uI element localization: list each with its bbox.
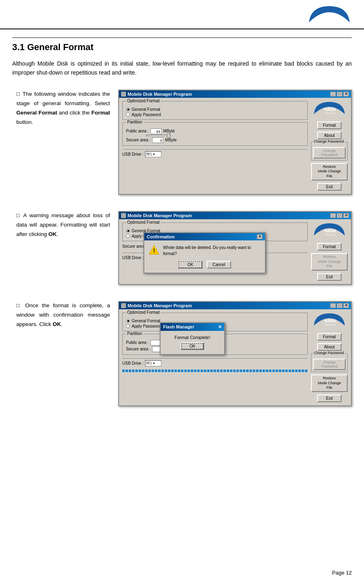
titlebar-controls-2: _ □ ✕ xyxy=(330,213,349,218)
step-3-description: Once the format is complete, a window wi… xyxy=(16,302,110,327)
close-button-3[interactable]: ✕ xyxy=(343,303,349,308)
minimize-button-2[interactable]: _ xyxy=(330,213,336,218)
restore-btn-2[interactable]: RestoreMode Change File xyxy=(311,253,348,271)
minimize-button-3[interactable]: _ xyxy=(330,303,336,308)
usb-select-3[interactable]: H:\ ▼ xyxy=(145,360,161,366)
intro-paragraph: Although Mobile Disk is optimized in its… xyxy=(12,59,352,77)
confirmation-title: Confirmation xyxy=(147,234,174,239)
main-content: 3.1 General Format Although Mobile Disk … xyxy=(0,38,364,435)
dialog-1-title: Mobile Disk Manager Program xyxy=(128,92,192,97)
svg-text:HANA: HANA xyxy=(323,13,338,19)
svg-text:!: ! xyxy=(153,247,155,254)
confirmation-dialog: Confirmation ✕ ! Whole data will be dele… xyxy=(143,232,266,273)
about-button-3[interactable]: About xyxy=(317,343,342,351)
select-arrow-icon: ▼ xyxy=(152,153,155,156)
right-panel-2: HANA MICRON Format RestoreMode Change Fi… xyxy=(311,222,348,281)
confirmation-cancel-button[interactable]: Cancel xyxy=(207,261,231,269)
apply-password-radio-3[interactable] xyxy=(126,324,130,328)
step-1-description: The following window indicates the stage… xyxy=(16,91,110,125)
partition-group: Partition Public area : 64 MByte xyxy=(122,122,308,146)
close-button-2[interactable]: ✕ xyxy=(343,213,349,218)
confirmation-ok-button[interactable]: OK xyxy=(178,261,203,269)
step-3-text: □ Once the format is complete, a window … xyxy=(12,301,110,329)
step-2-text: □ A warning message about loss of data w… xyxy=(12,211,110,239)
usb-drive-row-3: USB Drive : H:\ ▼ xyxy=(122,358,308,366)
step-1-row: □ The following window indicates the sta… xyxy=(12,90,352,195)
minimize-button[interactable]: _ xyxy=(330,92,336,97)
progress-bar xyxy=(122,370,308,372)
select-arrow-icon-3: ▼ xyxy=(152,362,155,365)
secure-area-row: Secure area : 0 MByte xyxy=(126,137,304,143)
exit-button-2[interactable]: Exit xyxy=(317,273,342,281)
format-button-2[interactable]: Format xyxy=(317,243,342,251)
flash-title: Flash Manager xyxy=(163,324,194,330)
flash-close-button[interactable]: ✕ xyxy=(218,324,222,330)
usb-label-2: USB Drive : xyxy=(122,255,143,260)
maximize-button-2[interactable]: □ xyxy=(337,213,342,218)
usb-drive-select[interactable]: H:\ ▼ xyxy=(145,151,161,157)
svg-text:MICRON: MICRON xyxy=(326,112,336,115)
general-format-radio-3[interactable] xyxy=(126,319,130,323)
general-format-radio-2[interactable] xyxy=(126,229,130,233)
dialog-logo-svg: HANA MICRON xyxy=(313,101,346,117)
change-password-button[interactable]: Change Password xyxy=(313,147,346,159)
restore-btn-3[interactable]: RestoreMode Change File xyxy=(311,374,348,392)
step-2-screenshot: Mobile Disk Manager Program _ □ ✕ Optimi… xyxy=(118,211,352,285)
exit-button-3[interactable]: Exit xyxy=(317,394,342,402)
change-password-button-3[interactable]: Change Password xyxy=(313,359,346,370)
confirmation-close-button[interactable]: ✕ xyxy=(257,234,263,239)
step-2-row: □ A warning message about loss of data w… xyxy=(12,211,352,285)
secure-area-unit: MByte xyxy=(165,138,176,142)
titlebar-icon-3 xyxy=(121,303,126,308)
dialog-3-body: Optimized Format General Format Apply Pa… xyxy=(119,309,351,405)
company-logo: HANA MICRON xyxy=(307,4,356,29)
secure-area-label: Secure area : xyxy=(126,138,150,142)
restore-mode-button[interactable]: RestoreMode Change File xyxy=(311,163,348,181)
change-password-group: Change Password Change Password xyxy=(311,142,348,161)
format-button-3[interactable]: Format xyxy=(317,333,342,341)
page-footer: Page 12 xyxy=(320,566,364,580)
usb-drive-row: USB Drive : H:\ ▼ xyxy=(122,149,308,157)
left-panel-1: Optimized Format General Format Apply Pa… xyxy=(122,101,308,191)
flash-manager-dialog: Flash Manager ✕ Format Complete! OK xyxy=(160,322,225,355)
maximize-button-3[interactable]: □ xyxy=(337,303,342,308)
titlebar-icon xyxy=(121,92,126,97)
format-button[interactable]: Format xyxy=(317,121,342,129)
exit-button[interactable]: Exit xyxy=(317,183,342,191)
about-button[interactable]: About xyxy=(317,132,342,139)
step-1-text: □ The following window indicates the sta… xyxy=(12,90,110,127)
secure-area-label-3: Secure area : xyxy=(126,347,150,351)
dialog-1: Mobile Disk Manager Program _ □ ✕ Optimi… xyxy=(118,90,352,195)
general-format-radio-row[interactable]: General Format xyxy=(126,107,304,112)
apply-password-radio[interactable] xyxy=(126,112,130,117)
maximize-button[interactable]: □ xyxy=(337,92,342,97)
public-area-input[interactable]: 64 xyxy=(150,128,162,134)
apply-password-radio-row[interactable]: Apply Password xyxy=(126,112,304,117)
dialog-3: Mobile Disk Manager Program _ □ ✕ Optimi… xyxy=(118,301,352,406)
svg-text:HANA: HANA xyxy=(324,107,336,112)
dialog-3-title: Mobile Disk Manager Program xyxy=(128,303,192,308)
apply-password-label-3: Apply Password xyxy=(132,324,161,328)
close-button[interactable]: ✕ xyxy=(343,92,349,97)
public-slider[interactable] xyxy=(146,135,171,137)
dialog-2: Mobile Disk Manager Program _ □ ✕ Optimi… xyxy=(118,211,352,285)
dialog-1-body: Optimized Format General Format Apply Pa… xyxy=(119,98,351,194)
partition-label: Partition xyxy=(126,120,143,124)
confirmation-text: Whole data will be deleted. Do you reall… xyxy=(163,244,261,257)
step-2-description: A warning message about loss of data wil… xyxy=(16,212,110,237)
general-format-label-3: General Format xyxy=(132,319,160,323)
usb-drive-label: USB Drive : xyxy=(122,152,143,156)
dialog-logo: HANA MICRON xyxy=(313,101,346,117)
flash-ok-button[interactable]: OK xyxy=(181,342,204,350)
apply-password-radio-2[interactable] xyxy=(126,234,130,238)
step-3-bullet: □ xyxy=(16,302,22,308)
svg-text:MICRON: MICRON xyxy=(326,233,336,236)
svg-text:HANA: HANA xyxy=(324,319,336,323)
secure-area-input[interactable]: 0 xyxy=(152,137,163,143)
general-format-radio[interactable] xyxy=(126,107,130,111)
svg-text:MICRON: MICRON xyxy=(326,324,336,326)
titlebar-icon-2 xyxy=(121,213,126,218)
titlebar-controls-3: _ □ ✕ xyxy=(330,303,349,308)
optimized-format-label: Optimized Format xyxy=(126,99,161,103)
flash-titlebar: Flash Manager ✕ xyxy=(161,323,224,331)
